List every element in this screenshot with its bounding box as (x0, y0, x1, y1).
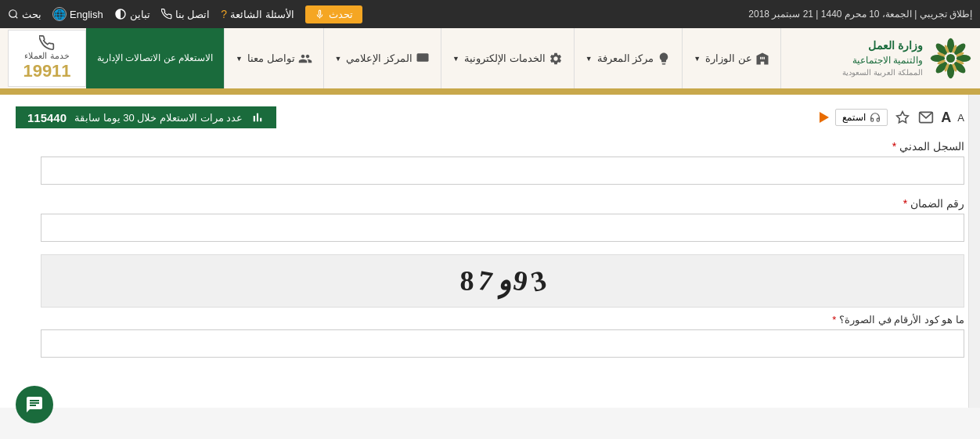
listen-label: استمع (842, 112, 866, 123)
faq-label: الأسئلة الشائعة (230, 9, 294, 20)
search-link[interactable]: بحث (8, 9, 41, 20)
nav-media[interactable]: المركز الإعلامي ▼ (324, 28, 442, 88)
toolbar-right: A A استمع (820, 109, 964, 126)
english-label: English (70, 9, 103, 20)
play-button[interactable] (820, 112, 829, 123)
font-size-small-button[interactable]: A (957, 112, 964, 124)
search-label: بحث (22, 9, 41, 20)
stats-label: عدد مرات الاستعلام خلال 30 يوما سابقة (74, 112, 243, 124)
guarantee-label: رقم الضمان * (41, 197, 964, 210)
content-toolbar: A A استمع عدد مرات الاستعلام خلال 30 يوم… (16, 106, 964, 128)
scrollbar[interactable] (968, 95, 980, 408)
email-icon[interactable] (917, 109, 935, 126)
chevron-down-icon3: ▼ (452, 55, 459, 63)
media-icon (416, 52, 430, 66)
logo-line1: وزارة العمل (842, 38, 923, 54)
nav-media-label: المركز الإعلامي (346, 52, 413, 64)
question-icon: ? (221, 8, 227, 20)
logo-text: وزارة العمل والتنمية الاجتماعية المملكة … (842, 38, 923, 77)
building-icon (755, 52, 769, 66)
headphone-icon (870, 112, 881, 123)
nav-admin-label: الاستعلام عن الاتصالات الإدارية (97, 52, 213, 65)
bulb-icon (657, 52, 671, 66)
tahadath-label: تحدث (329, 9, 353, 20)
logo-line2: والتنمية الاجتماعية (842, 54, 923, 67)
civil-id-group: السجل المدني * (41, 140, 964, 185)
captcha-char-5: 3 (527, 263, 549, 298)
top-bar-right: إطلاق تجريبي | الجمعة، 10 محرم 1440 | 21… (748, 9, 972, 20)
globe-icon: 🌐 (52, 7, 67, 21)
chevron-down-icon: ▼ (694, 55, 701, 63)
nav-knowledge-label: مركز المعرفة (597, 52, 654, 64)
chevron-down-icon2: ▼ (585, 55, 593, 63)
gear-icon (549, 52, 563, 66)
chevron-down-icon4: ▼ (335, 55, 342, 63)
date-display: إطلاق تجريبي | الجمعة، 10 محرم 1440 | 21… (748, 9, 972, 20)
main-nav: وزارة العمل والتنمية الاجتماعية المملكة … (0, 28, 980, 91)
captcha-char-1: 8 (460, 264, 474, 297)
svg-point-2 (946, 54, 955, 63)
captcha-required: * (832, 314, 836, 326)
font-size-large-button[interactable]: A (941, 110, 951, 126)
svg-marker-21 (897, 112, 909, 123)
phone-box-icon (39, 35, 55, 51)
contact-link[interactable]: اتصل بنا (161, 9, 211, 20)
civil-id-required: * (892, 140, 896, 153)
civil-id-label: السجل المدني * (41, 140, 964, 153)
captcha-group: ما هو كود الأرقام في الصورة؟ * (41, 314, 964, 358)
nav-contact-label: تواصل معنا (247, 52, 295, 64)
guarantee-group: رقم الضمان * (41, 197, 964, 242)
stats-count: 115440 (27, 111, 67, 124)
nav-eservices[interactable]: الخدمات الإلكترونية ▼ (441, 28, 575, 88)
english-link[interactable]: 🌐 English (52, 7, 103, 21)
logo-area: وزارة العمل والتنمية الاجتماعية المملكة … (842, 37, 972, 80)
captcha-char-4: 9 (510, 264, 530, 298)
chevron-down-icon5: ▼ (236, 55, 243, 63)
contact-label: اتصل بنا (175, 9, 211, 20)
guarantee-required: * (903, 197, 907, 210)
top-bar: إطلاق تجريبي | الجمعة، 10 محرم 1440 | 21… (0, 0, 980, 28)
content-area: A A استمع عدد مرات الاستعلام خلال 30 يوم… (0, 95, 980, 408)
nav-links: عن الوزارة ▼ مركز المعرفة ▼ الخدمات الإل… (8, 28, 781, 88)
captcha-input[interactable] (41, 329, 964, 358)
search-icon (8, 9, 19, 20)
tahadath-button[interactable]: تحدث (305, 5, 362, 23)
people-icon (298, 52, 312, 66)
guarantee-input[interactable] (41, 214, 964, 242)
top-bar-left: بحث 🌐 English تباين اتصل بنا ? الأسئلة ا… (8, 5, 362, 23)
phone-box: خدمة العملاء 19911 (8, 30, 86, 87)
svg-point-0 (9, 10, 16, 17)
stats-box: عدد مرات الاستعلام خلال 30 يوما سابقة 11… (16, 106, 276, 128)
phone-number: 19911 (23, 61, 70, 81)
mic-icon (315, 9, 325, 20)
chart-icon (250, 110, 265, 124)
svg-line-1 (16, 16, 18, 19)
phone-icon (161, 9, 172, 20)
captcha-char-2: 7 (475, 264, 495, 298)
svg-rect-19 (417, 53, 429, 62)
inquiry-form: السجل المدني * رقم الضمان * 8 7 و 9 3 ما… (41, 140, 964, 358)
nav-admin-inquiries[interactable]: الاستعلام عن الاتصالات الإدارية (86, 28, 225, 88)
captcha-char-3: و (492, 264, 513, 299)
ministry-logo (929, 37, 972, 80)
chat-icon (25, 395, 44, 408)
phone-label: خدمة العملاء (24, 51, 69, 61)
civil-id-input[interactable] (41, 157, 964, 185)
star-icon[interactable] (894, 109, 911, 126)
tbayen-label: تباين (130, 9, 150, 20)
listen-button[interactable]: استمع (835, 109, 888, 126)
tbayen-link[interactable]: تباين (114, 8, 150, 20)
nav-contact[interactable]: تواصل معنا ▼ (225, 28, 324, 88)
logo-line3: المملكة العربية السعودية (842, 67, 923, 78)
contrast-icon (114, 8, 127, 20)
nav-knowledge[interactable]: مركز المعرفة ▼ (575, 28, 683, 88)
captcha-label: ما هو كود الأرقام في الصورة؟ * (41, 314, 964, 326)
nav-about[interactable]: عن الوزارة ▼ (683, 28, 781, 88)
faq-link[interactable]: ? الأسئلة الشائعة (221, 8, 294, 20)
nav-about-label: عن الوزارة (705, 52, 752, 64)
nav-eservices-label: الخدمات الإلكترونية (464, 52, 546, 64)
captcha-image: 8 7 و 9 3 (41, 254, 964, 308)
